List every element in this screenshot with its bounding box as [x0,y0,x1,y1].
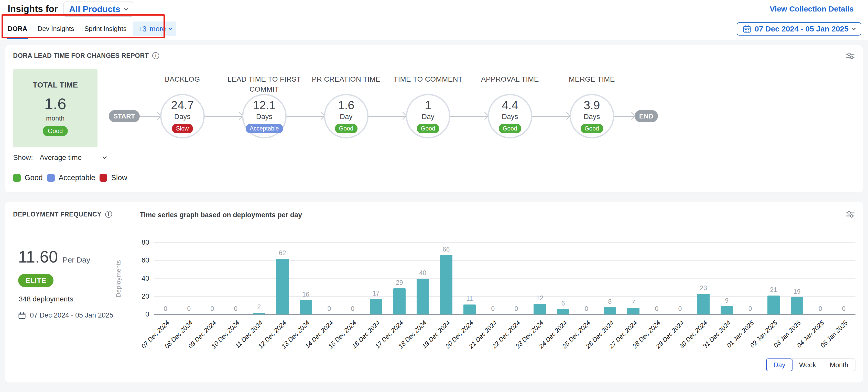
deployment-date-range-label: 07 Dec 2024 - 05 Jan 2025 [30,311,113,319]
total-time-value: 1.6 [44,96,66,112]
date-range-picker[interactable]: 07 Dec 2024 - 05 Jan 2025 [737,22,861,36]
bar[interactable] [300,300,312,314]
total-time-rating-badge: Good [43,126,68,136]
lead-time-card: DORA LEAD TIME FOR CHANGES REPORT i TOTA… [5,45,863,192]
gridline [154,260,856,261]
bar[interactable] [627,308,640,314]
tab-bar: DORADev InsightsSprint Insights +3 more … [0,18,868,40]
stage-rating-badge: Good [335,124,358,133]
bar[interactable] [393,289,406,314]
product-selector-label: All Products [69,4,120,14]
bar[interactable] [557,309,569,314]
bar[interactable] [697,294,710,314]
bar[interactable] [768,296,780,314]
calendar-icon [743,25,751,33]
y-tick-label: 20 [124,293,149,300]
tab-dora[interactable]: DORA [8,18,27,40]
legend-swatch [47,174,55,182]
stage-circle: 4.4DaysGood [488,94,532,139]
active-tab-underline [7,37,28,39]
granularity-week[interactable]: Week [792,359,823,371]
bar-value-label: 16 [302,291,309,298]
info-icon[interactable]: i [152,52,159,59]
bar-value-label: 0 [818,305,822,312]
bar-value-label: 40 [419,269,426,277]
stage-circle: 3.9DaysGood [569,94,614,139]
bar-value-label: 0 [211,305,214,312]
bar-value-label: 0 [585,305,588,312]
bar[interactable] [276,259,289,314]
bar[interactable] [253,313,265,314]
bar-value-label: 23 [700,284,707,292]
tab-sprint-insights[interactable]: Sprint Insights [85,18,127,40]
legend-item-acceptable: Acceptable [47,174,95,182]
stage-time-to-comment: TIME TO COMMENT1DayGood [406,74,451,139]
bar-value-label: 0 [164,305,167,312]
bar[interactable] [533,304,546,314]
stage-backlog: BACKLOG24.7DaysSlow [160,74,205,139]
bar-value-label: 29 [396,279,403,286]
bar[interactable] [416,279,429,315]
title-row: Insights for All Products View Collectio… [0,0,868,18]
stage-rating-badge: Good [417,124,439,133]
stage-value: 1.6 [338,99,354,111]
product-selector[interactable]: All Products [63,2,133,17]
flow-start-pill: START [109,110,140,122]
deployment-rate: 11.60 Per Day [18,247,90,266]
bar[interactable] [721,306,733,314]
stage-approval-time: APPROVAL TIME4.4DaysGood [488,74,532,139]
stage-circle: 24.7DaysSlow [160,94,205,139]
stage-unit: Day [340,113,352,121]
bar[interactable] [463,304,476,314]
stage-unit: Days [256,113,273,121]
stage-value: 24.7 [171,99,194,111]
stage-lead-time-to-first-commit: LEAD TIME TO FIRST COMMIT12.1DaysAccepta… [242,74,287,139]
stage-label: BACKLOG [138,74,226,84]
stage-value: 4.4 [502,99,518,111]
more-tabs-text: more [150,25,166,33]
lead-time-card-title: DORA LEAD TIME FOR CHANGES REPORT [13,52,149,59]
tab-label: DORA [8,25,27,33]
info-icon[interactable]: i [105,211,112,218]
stage-label: LEAD TIME TO FIRST COMMIT [220,74,308,94]
rate-unit: Per Day [62,255,90,264]
deployment-frequency-body: 11.60 Per Day ELITE 348 deployments 07 D… [13,222,855,367]
lead-time-content: TOTAL TIME 1.6 month Good STARTBACKLOG24… [13,60,855,147]
bar-value-label: 8 [608,298,612,305]
tab-dev-insights[interactable]: Dev Insights [38,18,74,40]
elite-rating-badge: ELITE [18,274,54,287]
flow-connector [369,116,406,117]
legend-label: Acceptable [59,174,95,182]
stage-circle: 1DayGood [406,94,451,139]
bar-value-label: 11 [466,295,473,302]
legend-item-good: Good [13,174,43,182]
bar[interactable] [370,299,382,314]
stage-circle: 1.6DayGood [324,94,369,139]
bar[interactable] [791,297,803,314]
y-tick-label: 60 [124,257,149,264]
flow-connector [205,116,242,117]
chart-settings-icon[interactable] [846,211,855,218]
bar-value-label: 7 [631,299,635,306]
bar-value-label: 0 [842,305,845,312]
total-time-box: TOTAL TIME 1.6 month Good [13,69,97,147]
flow-connector [140,116,160,117]
stage-circle: 12.1DaysAcceptable [242,94,287,139]
view-collection-details-link[interactable]: View Collection Details [770,5,854,13]
stage-label: PR CREATION TIME [302,74,390,84]
bar[interactable] [440,255,453,314]
bar-value-label: 0 [515,305,518,312]
show-dropdown[interactable]: Show: Average time [13,153,106,162]
legend-item-slow: Slow [99,174,127,182]
granularity-day[interactable]: Day [766,359,792,371]
bar-value-label: 12 [536,294,543,302]
chart-subtitle: Time series graph based on deployments p… [140,211,302,219]
chart-settings-icon[interactable] [846,52,855,60]
flow-connector [614,116,634,117]
tab-bar-tabs: DORADev InsightsSprint Insights [8,18,126,40]
granularity-month[interactable]: Month [823,359,856,371]
stage-label: APPROVAL TIME [466,74,554,84]
more-tabs-button[interactable]: +3 more [133,22,176,36]
legend-swatch [99,174,107,182]
bar[interactable] [604,307,616,314]
